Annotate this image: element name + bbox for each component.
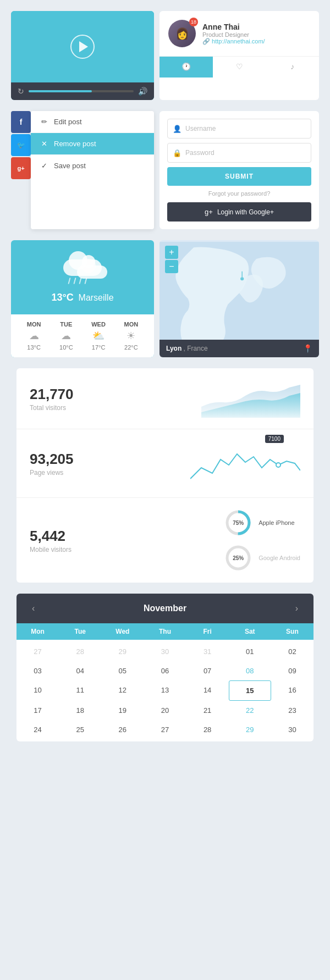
cal-cell[interactable]: 04 bbox=[59, 661, 101, 680]
location-pin-icon: 📍 bbox=[303, 344, 312, 353]
cal-cell[interactable]: 27 bbox=[144, 720, 186, 739]
tab-history[interactable]: 🕐 bbox=[160, 57, 213, 77]
device-donut-section: 75% Apple iPhone 25% Goo bbox=[224, 509, 300, 572]
cal-cell[interactable]: 31 bbox=[186, 642, 229, 661]
cal-cell[interactable]: 26 bbox=[101, 720, 144, 739]
menu-item-remove[interactable]: ✕ Remove post bbox=[31, 133, 154, 155]
forecast-icon-1: ☁ bbox=[29, 330, 39, 342]
weather-forecast: MON ☁ 13°C TUE ☁ 10°C WED ⛅ 17°C MON ☀ bbox=[11, 314, 154, 357]
mobile-visitors-label: Mobile visitors bbox=[30, 546, 72, 553]
music-icon: ♪ bbox=[290, 62, 294, 71]
cal-cell[interactable]: 05 bbox=[101, 661, 144, 680]
forecast-label-3: WED bbox=[91, 321, 106, 328]
cal-cell[interactable]: 10 bbox=[16, 680, 59, 701]
total-visitors-value: 21,770 bbox=[30, 386, 74, 403]
social-icons: f 🐦 g+ bbox=[11, 111, 31, 229]
cal-cell[interactable]: 28 bbox=[59, 642, 101, 661]
cal-cell[interactable]: 19 bbox=[101, 701, 144, 720]
repeat-icon[interactable]: ↻ bbox=[18, 87, 24, 96]
submit-button[interactable]: SUBMIT bbox=[167, 167, 311, 186]
cal-cell[interactable]: 21 bbox=[186, 701, 229, 720]
cal-cell[interactable]: 03 bbox=[16, 661, 59, 680]
analytics-visitors-info: 21,770 Total visitors bbox=[30, 386, 74, 412]
rain-icon bbox=[69, 278, 86, 284]
cal-cell[interactable]: 28 bbox=[186, 720, 229, 739]
cal-cell[interactable]: 09 bbox=[271, 661, 314, 680]
volume-icon[interactable]: 🔊 bbox=[138, 87, 147, 96]
analytics-visitors: 21,770 Total visitors bbox=[16, 368, 314, 429]
cal-cell[interactable]: 14 bbox=[186, 680, 229, 701]
cal-cell[interactable]: 29 bbox=[229, 720, 271, 739]
svg-point-3 bbox=[276, 463, 280, 467]
cal-cell[interactable]: 01 bbox=[229, 642, 271, 661]
cal-cell[interactable]: 30 bbox=[144, 642, 186, 661]
progress-fill bbox=[29, 90, 92, 92]
zoom-out-button[interactable]: − bbox=[165, 260, 178, 273]
calendar-prev-button[interactable]: ‹ bbox=[28, 601, 39, 616]
calendar-days-header: Mon Tue Wed Thu Fri Sat Sun bbox=[16, 623, 314, 640]
cal-cell[interactable]: 30 bbox=[271, 720, 314, 739]
zoom-in-button[interactable]: + bbox=[165, 246, 178, 259]
cal-cell[interactable]: 18 bbox=[59, 701, 101, 720]
analytics-mobile-info: 5,442 Mobile visitors bbox=[30, 528, 72, 553]
forgot-password-link[interactable]: Forgot your password? bbox=[167, 190, 311, 197]
cal-cell[interactable]: 16 bbox=[271, 680, 314, 701]
play-button[interactable] bbox=[70, 35, 95, 59]
cal-cell[interactable]: 22 bbox=[229, 701, 271, 720]
context-menu: ✏ Edit post ✕ Remove post ✓ Save post bbox=[31, 111, 154, 229]
cal-cell[interactable]: 11 bbox=[59, 680, 101, 701]
cal-cell[interactable]: 02 bbox=[271, 642, 314, 661]
menu-item-save-label: Save post bbox=[54, 162, 86, 170]
menu-item-save[interactable]: ✓ Save post bbox=[31, 155, 154, 176]
forecast-temp-1: 13°C bbox=[27, 344, 41, 351]
donut-iphone: 75% bbox=[224, 509, 252, 536]
map-zoom-controls: + − bbox=[165, 246, 178, 273]
save-icon: ✓ bbox=[40, 162, 48, 170]
cal-cell[interactable]: 07 bbox=[186, 661, 229, 680]
rain-line-4 bbox=[84, 278, 87, 284]
cal-header-wed: Wed bbox=[101, 623, 144, 640]
tab-music[interactable]: ♪ bbox=[266, 57, 319, 77]
google-plus-button[interactable]: g+ bbox=[11, 157, 31, 179]
tab-favorites[interactable]: ♡ bbox=[213, 57, 266, 77]
facebook-button[interactable]: f bbox=[11, 111, 31, 133]
user-icon: 👤 bbox=[173, 125, 182, 133]
profile-url[interactable]: 🔗 http://annethai.com/ bbox=[202, 38, 265, 45]
forecast-label-2: TUE bbox=[60, 321, 72, 328]
cal-cell[interactable]: 17 bbox=[16, 701, 59, 720]
calendar-month: November bbox=[144, 603, 186, 613]
cal-cell[interactable]: 23 bbox=[271, 701, 314, 720]
video-screen[interactable] bbox=[11, 11, 154, 82]
cal-cell[interactable]: 29 bbox=[101, 642, 144, 661]
edit-icon: ✏ bbox=[40, 118, 48, 126]
cal-cell[interactable]: 15 bbox=[229, 680, 271, 701]
cal-cell[interactable]: 24 bbox=[16, 720, 59, 739]
cal-cell[interactable]: 12 bbox=[101, 680, 144, 701]
twitter-button[interactable]: 🐦 bbox=[11, 134, 31, 156]
weather-card: 13°C Marseille MON ☁ 13°C TUE ☁ 10°C WED bbox=[11, 240, 154, 357]
cloud-secondary bbox=[77, 265, 107, 279]
cal-cell[interactable]: 08 bbox=[229, 661, 271, 680]
password-input[interactable] bbox=[167, 143, 311, 163]
progress-bar[interactable] bbox=[29, 90, 134, 92]
profile-name: Anne Thai bbox=[202, 23, 265, 31]
profile-role: Product Designer bbox=[202, 31, 265, 38]
heart-icon: ♡ bbox=[236, 62, 243, 71]
username-input[interactable] bbox=[167, 119, 311, 139]
top-row: ↻ 🔊 👩 18 Anne Thai Product Designer bbox=[11, 11, 319, 100]
social-menu-area: f 🐦 g+ ✏ Edit post ✕ Remove post bbox=[11, 111, 154, 229]
pageviews-chart-wrap: 7100 bbox=[190, 440, 300, 486]
weather-temp-city: 13°C Marseille bbox=[51, 292, 113, 303]
cal-cell[interactable]: 13 bbox=[144, 680, 186, 701]
cal-cell[interactable]: 20 bbox=[144, 701, 186, 720]
map-city: Lyon bbox=[166, 345, 182, 352]
cal-cell[interactable]: 06 bbox=[144, 661, 186, 680]
menu-item-edit[interactable]: ✏ Edit post bbox=[31, 111, 154, 133]
page-views-value: 93,205 bbox=[30, 451, 74, 468]
cal-cell[interactable]: 25 bbox=[59, 720, 101, 739]
google-login-button[interactable]: g+ Login with Google+ bbox=[167, 202, 311, 222]
menu-item-edit-label: Edit post bbox=[54, 118, 82, 126]
calendar-next-button[interactable]: › bbox=[291, 601, 302, 616]
cal-cell[interactable]: 27 bbox=[16, 642, 59, 661]
cal-header-sat: Sat bbox=[229, 623, 271, 640]
